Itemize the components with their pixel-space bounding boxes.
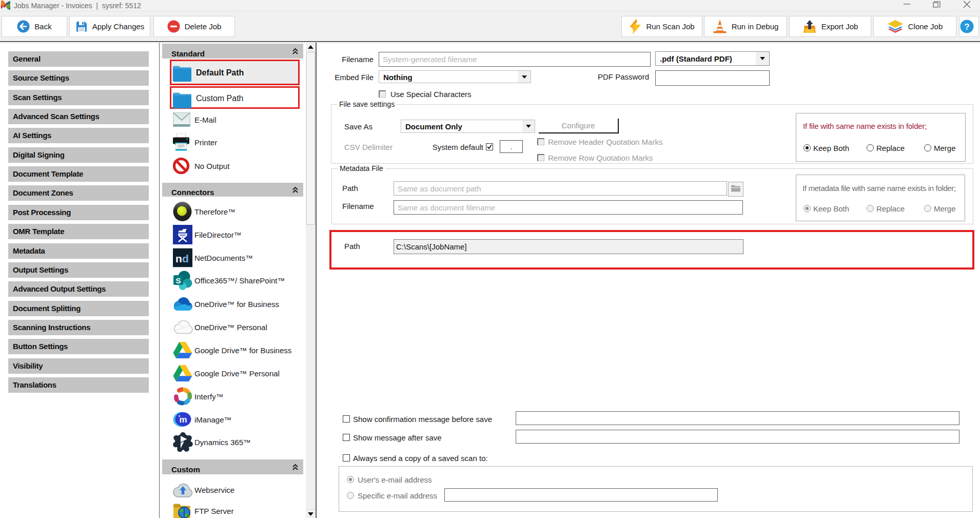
svg-text:n: n (175, 253, 182, 264)
svg-text:d: d (182, 253, 189, 264)
svg-text:?: ? (964, 22, 969, 32)
svg-text:S: S (175, 276, 181, 285)
svg-text:m: m (179, 415, 187, 425)
